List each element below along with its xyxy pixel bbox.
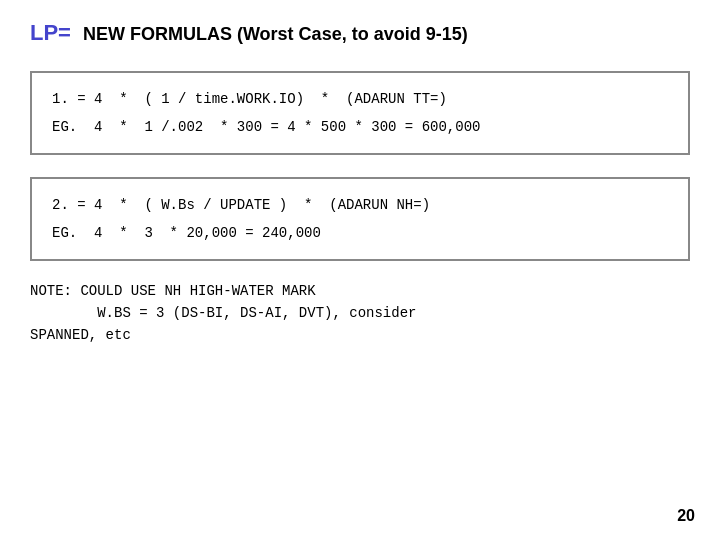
page-number: 20 bbox=[677, 507, 695, 525]
lp-equals-label: LP= bbox=[30, 20, 71, 46]
page-title: NEW FORMULAS (Worst Case, to avoid 9-15) bbox=[83, 24, 468, 45]
formula-box-2: 2. = 4 * ( W.Bs / UPDATE ) * (ADARUN NH=… bbox=[30, 177, 690, 261]
formula-box-1: 1. = 4 * ( 1 / time.WORK.IO) * (ADARUN T… bbox=[30, 71, 690, 155]
note-line-1: NOTE: COULD USE NH HIGH-WATER MARK bbox=[30, 283, 690, 299]
formula-box2-line1: 2. = 4 * ( W.Bs / UPDATE ) * (ADARUN NH=… bbox=[52, 197, 668, 213]
formula-box2-line2: EG. 4 * 3 * 20,000 = 240,000 bbox=[52, 225, 668, 241]
header-line: LP= NEW FORMULAS (Worst Case, to avoid 9… bbox=[30, 20, 690, 46]
formula-box1-line2: EG. 4 * 1 /.002 * 300 = 4 * 500 * 300 = … bbox=[52, 119, 668, 135]
note-line-3: SPANNED, etc bbox=[30, 327, 690, 343]
page-container: LP= NEW FORMULAS (Worst Case, to avoid 9… bbox=[0, 0, 720, 540]
note-line-2: W.BS = 3 (DS-BI, DS-AI, DVT), consider bbox=[30, 305, 690, 321]
formula-box1-line1: 1. = 4 * ( 1 / time.WORK.IO) * (ADARUN T… bbox=[52, 91, 668, 107]
note-section: NOTE: COULD USE NH HIGH-WATER MARK W.BS … bbox=[30, 283, 690, 343]
